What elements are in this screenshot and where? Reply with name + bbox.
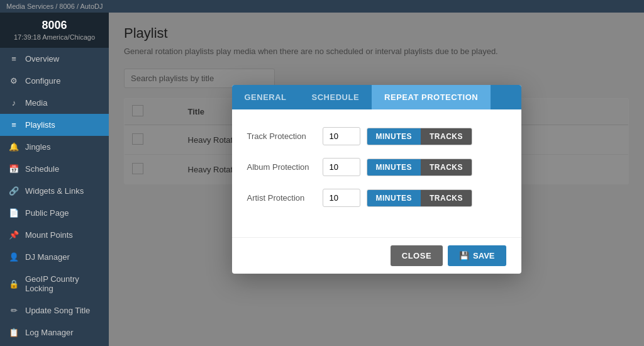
sidebar-label-media: Media (25, 98, 47, 108)
sidebar-label-widgets-links: Widgets & Links (25, 186, 84, 196)
modal-overlay: GENERAL SCHEDULE REPEAT PROTECTION Track… (109, 13, 644, 346)
label-album: Album Protection (247, 162, 323, 172)
sidebar-item-media[interactable]: ♪Media (0, 92, 109, 114)
toggle-minutes-track[interactable]: MINUTES (367, 128, 421, 145)
sidebar-item-overview[interactable]: ≡Overview (0, 48, 109, 70)
tab-general[interactable]: GENERAL (232, 85, 299, 109)
mount-points-icon: 📌 (9, 230, 19, 240)
jingles-icon: 🔔 (9, 142, 19, 152)
server-time: 17:39:18 America/Chicago (6, 33, 103, 41)
save-icon: 💾 (459, 251, 469, 260)
sidebar-label-overview: Overview (25, 54, 59, 64)
toggle-tracks-artist[interactable]: TRACKS (421, 190, 472, 206)
modal-tabs: GENERAL SCHEDULE REPEAT PROTECTION (232, 85, 521, 109)
sidebar-label-schedule: Schedule (25, 164, 59, 174)
sidebar-item-dj-manager[interactable]: 👤DJ Manager (0, 246, 109, 268)
sidebar-item-mount-points[interactable]: 📌Mount Points (0, 224, 109, 246)
sidebar-item-update-song[interactable]: ✏Update Song Title (0, 299, 109, 321)
playlists-icon: ≡ (9, 120, 19, 130)
widgets-links-icon: 🔗 (9, 186, 19, 196)
sidebar: 8006 17:39:18 America/Chicago ≡Overview⚙… (0, 13, 109, 346)
log-manager-icon: 📋 (9, 328, 19, 337)
sidebar-label-playlists: Playlists (25, 120, 55, 130)
toggle-minutes-artist[interactable]: MINUTES (367, 190, 421, 206)
form-row-artist: Artist Protection MINUTES TRACKS (247, 189, 506, 207)
sidebar-label-mount-points: Mount Points (25, 230, 73, 240)
dj-manager-icon: 👤 (9, 252, 19, 262)
update-song-icon: ✏ (9, 306, 19, 315)
geoip-icon: 🔒 (9, 279, 19, 289)
sidebar-item-reporting[interactable]: 📊Reporting (0, 343, 109, 346)
modal: GENERAL SCHEDULE REPEAT PROTECTION Track… (232, 85, 521, 274)
sidebar-item-configure[interactable]: ⚙Configure (0, 70, 109, 92)
toggle-tracks-album[interactable]: TRACKS (421, 159, 472, 176)
toggle-minutes-album[interactable]: MINUTES (367, 159, 421, 176)
modal-body: Track Protection MINUTES TRACKS Album Pr… (232, 109, 521, 237)
main-content: Playlist General rotation playlists play… (109, 13, 644, 346)
sidebar-label-dj-manager: DJ Manager (25, 252, 70, 262)
input-artist[interactable] (323, 189, 360, 207)
tab-schedule[interactable]: SCHEDULE (299, 85, 372, 109)
sidebar-label-public-page: Public Page (25, 208, 69, 218)
sidebar-item-widgets-links[interactable]: 🔗Widgets & Links (0, 180, 109, 202)
overview-icon: ≡ (9, 54, 19, 64)
form-row-album: Album Protection MINUTES TRACKS (247, 158, 506, 176)
server-id: 8006 (6, 19, 103, 32)
sidebar-item-schedule[interactable]: 📅Schedule (0, 158, 109, 180)
save-label: SAVE (473, 251, 494, 260)
label-artist: Artist Protection (247, 193, 323, 203)
sidebar-item-log-manager[interactable]: 📋Log Manager (0, 321, 109, 343)
sidebar-item-public-page[interactable]: 📄Public Page (0, 202, 109, 224)
input-album[interactable] (323, 158, 360, 176)
save-button[interactable]: 💾 SAVE (448, 245, 506, 266)
topbar: Media Services / 8006 / AutoDJ (0, 0, 644, 13)
sidebar-label-configure: Configure (25, 76, 60, 86)
toggle-track: MINUTES TRACKS (367, 128, 473, 145)
sidebar-label-log-manager: Log Manager (25, 328, 74, 337)
form-row-track: Track Protection MINUTES TRACKS (247, 127, 506, 145)
sidebar-label-geoip: GeoIP Country Locking (25, 274, 100, 293)
toggle-artist: MINUTES TRACKS (367, 189, 473, 207)
close-button[interactable]: CLOSE (391, 245, 443, 266)
media-icon: ♪ (9, 98, 19, 108)
tab-repeat-protection[interactable]: REPEAT PROTECTION (372, 85, 491, 109)
schedule-icon: 📅 (9, 164, 19, 174)
breadcrumb: Media Services / 8006 / AutoDJ (6, 3, 103, 10)
configure-icon: ⚙ (9, 76, 19, 86)
modal-footer: CLOSE 💾 SAVE (232, 237, 521, 274)
sidebar-header: 8006 17:39:18 America/Chicago (0, 13, 109, 48)
sidebar-item-jingles[interactable]: 🔔Jingles (0, 136, 109, 158)
sidebar-item-geoip[interactable]: 🔒GeoIP Country Locking (0, 268, 109, 299)
toggle-album: MINUTES TRACKS (367, 159, 473, 176)
toggle-tracks-track[interactable]: TRACKS (421, 128, 472, 145)
public-page-icon: 📄 (9, 208, 19, 218)
sidebar-label-jingles: Jingles (25, 142, 50, 152)
sidebar-label-update-song: Update Song Title (25, 306, 90, 315)
label-track: Track Protection (247, 131, 323, 141)
input-track[interactable] (323, 127, 360, 145)
sidebar-item-playlists[interactable]: ≡Playlists (0, 114, 109, 136)
